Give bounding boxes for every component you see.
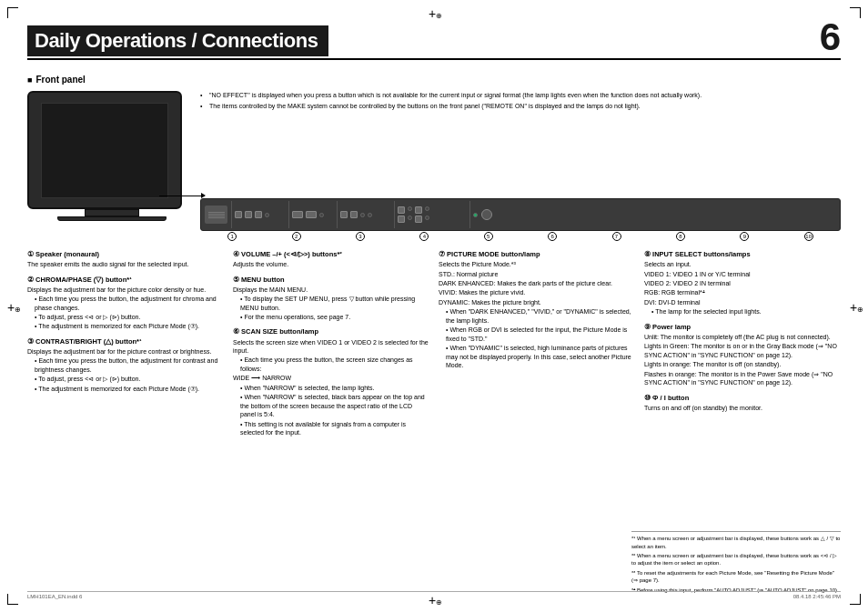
panel-lamp-3 <box>360 213 365 217</box>
crosshair-left: ⊕ <box>7 301 18 312</box>
top-note-item: The items controlled by the MAKE system … <box>200 102 841 110</box>
panel-num-9: 9 <box>740 232 749 241</box>
item-body-7: Selects an input.VIDEO 1: VIDEO 1 IN or … <box>644 260 841 316</box>
item-block-6: ⑦ PICTURE MODE button/lampSelects the Pi… <box>439 250 635 370</box>
item-block-1: ② CHROMA/PHASE (▽) button*¹Displays the … <box>27 276 224 332</box>
item-block-8: ⑨ Power lampUnlit: The monitor is comple… <box>644 323 841 388</box>
panel-num-7: 7 <box>612 232 621 241</box>
panel-num-8: 8 <box>676 232 685 241</box>
monitor-base <box>57 216 167 221</box>
top-notes-list: "NO EFFECT" is displayed when you press … <box>200 91 841 111</box>
panel-lamp-8 <box>425 216 429 220</box>
panel-btn-4 <box>292 211 303 218</box>
panel-num-6: 6 <box>548 232 557 241</box>
footnote-item: *¹ When a menu screen or adjustment bar … <box>631 535 841 550</box>
panel-num-1: 1 <box>227 232 237 241</box>
panel-btn-3 <box>255 211 262 218</box>
item-body-8: Unlit: The monitor is completely off (th… <box>644 333 841 387</box>
monitor-body <box>27 91 182 209</box>
item-block-2: ③ CONTRAST/BRIGHT (△) button*¹Displays t… <box>27 337 224 394</box>
item-block-5: ⑥ SCAN SIZE button/lampSelects the scree… <box>233 327 429 437</box>
connector-arrow <box>159 196 205 196</box>
panel-btn-7 <box>350 211 358 218</box>
panel-btn-8 <box>398 206 405 214</box>
panel-btn-10 <box>398 216 405 223</box>
panel-btn-6 <box>340 211 348 218</box>
page-title: Daily Operations / Connections <box>27 25 328 56</box>
panel-power-btn <box>481 209 492 220</box>
monitor-stand <box>85 209 139 216</box>
panel-speaker <box>205 201 232 228</box>
corner-mark-tr <box>850 7 861 18</box>
monitor-screen <box>41 103 168 198</box>
panel-number-labels: 1 2 3 4 5 6 7 8 9 10 <box>200 232 841 241</box>
item-body-4: Displays the MAIN MENU.• To display the … <box>233 286 429 322</box>
section-title: Front panel <box>27 75 86 85</box>
panel-lamp-4 <box>368 213 372 217</box>
crosshair-top: ⊕ <box>429 7 439 18</box>
item-body-1: Displays the adjustment bar for the pict… <box>27 286 224 331</box>
item-body-2: Displays the adjustment bar for the pict… <box>27 347 224 393</box>
footer-right: 08.4.18 2:45:46 PM <box>793 594 841 599</box>
content-column-2: ④ VOLUME –/+ (<⊲/▷>) buttons*²Adjusts th… <box>233 250 429 585</box>
panel-lamp-1 <box>265 213 269 217</box>
item-body-5: Selects the screen size when VIDEO 1 or … <box>233 338 429 437</box>
panel-num-5: 5 <box>484 232 493 241</box>
monitor-illustration <box>27 91 196 232</box>
corner-mark-br <box>850 594 861 605</box>
page-header: Daily Operations / Connections 6 <box>27 18 841 60</box>
page-number: 6 <box>820 18 841 56</box>
panel-btn-5 <box>306 211 317 218</box>
item-title-6: ⑦ PICTURE MODE button/lamp <box>439 250 635 259</box>
item-title-0: ① Speaker (monaural) <box>27 250 224 259</box>
item-body-9: Turns on and off (on standby) the monito… <box>644 404 841 412</box>
content-column-1: ① Speaker (monaural)The speaker emits th… <box>27 250 224 585</box>
title-area: Daily Operations / Connections <box>27 25 328 56</box>
panel-input-select <box>398 201 470 228</box>
panel-num-2: 2 <box>292 232 301 241</box>
item-title-3: ④ VOLUME –/+ (<⊲/▷>) buttons*² <box>233 250 429 259</box>
item-block-4: ⑤ MENU buttonDisplays the MAIN MENU.• To… <box>233 276 429 323</box>
front-panel-strip <box>200 198 841 231</box>
panel-lamp-5 <box>408 206 412 211</box>
panel-num-3: 3 <box>356 232 365 241</box>
corner-mark-bl <box>7 594 18 605</box>
item-block-0: ① Speaker (monaural)The speaker emits th… <box>27 250 224 270</box>
panel-lamp-7 <box>408 216 412 220</box>
item-title-8: ⑨ Power lamp <box>644 323 841 332</box>
item-title-1: ② CHROMA/PHASE (▽) button*¹ <box>27 276 224 285</box>
panel-lamp-6 <box>425 206 429 211</box>
panel-controls-2 <box>292 201 338 228</box>
panel-controls-1 <box>235 201 289 228</box>
panel-num-4: 4 <box>419 232 429 241</box>
panel-num-10: 10 <box>804 232 813 241</box>
item-title-4: ⑤ MENU button <box>233 276 429 285</box>
top-note-item: "NO EFFECT" is displayed when you press … <box>200 91 841 99</box>
item-block-7: ⑧ INPUT SELECT buttons/lampsSelects an i… <box>644 250 841 317</box>
item-title-7: ⑧ INPUT SELECT buttons/lamps <box>644 250 841 259</box>
item-title-9: ⑩ Ф / I button <box>644 394 841 403</box>
footnote-item: *² When a menu screen or adjustment bar … <box>631 552 841 567</box>
crosshair-right: ⊕ <box>850 301 861 312</box>
footer: LMH101EA_EN.indd 6 08.4.18 2:45:46 PM <box>27 591 841 599</box>
item-title-2: ③ CONTRAST/BRIGHT (△) button*¹ <box>27 337 224 346</box>
corner-mark-tl <box>7 7 18 18</box>
panel-btn-2 <box>245 211 252 218</box>
panel-controls-3 <box>340 201 395 228</box>
item-body-3: Adjusts the volume. <box>233 260 429 268</box>
top-notes: "NO EFFECT" is displayed when you press … <box>200 91 841 114</box>
panel-power-lamp <box>473 213 478 217</box>
content-column-3: ⑦ PICTURE MODE button/lampSelects the Pi… <box>439 250 635 585</box>
panel-btn-1 <box>235 211 242 218</box>
panel-power <box>473 201 505 228</box>
item-title-5: ⑥ SCAN SIZE button/lamp <box>233 327 429 336</box>
panel-lamp-2 <box>319 213 324 217</box>
item-body-0: The speaker emits the audio signal for t… <box>27 260 224 268</box>
footnotes: *¹ When a menu screen or adjustment bar … <box>631 531 841 596</box>
item-block-9: ⑩ Ф / I buttonTurns on and off (on stand… <box>644 394 841 414</box>
panel-btn-9 <box>415 206 422 214</box>
panel-btn-11 <box>415 216 422 223</box>
item-body-6: Selects the Picture Mode.*³STD.: Normal … <box>439 260 635 369</box>
footer-left: LMH101EA_EN.indd 6 <box>27 594 82 599</box>
footnote-item: *³ To reset the adjustments for each Pic… <box>631 569 841 585</box>
